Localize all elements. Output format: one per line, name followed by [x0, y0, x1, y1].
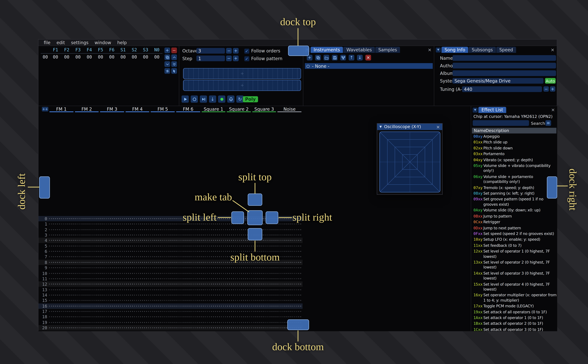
system-auto-button[interactable]: Auto	[545, 78, 556, 84]
delete-instrument-button[interactable]: ×	[365, 55, 371, 60]
close-oscilloscope-button[interactable]: ×	[436, 124, 440, 130]
menu-item-settings[interactable]: settings	[68, 39, 92, 46]
add-order-button[interactable]: +	[165, 47, 170, 53]
piano-keyboard[interactable]	[183, 68, 301, 91]
pattern-row[interactable]: 15	[39, 298, 303, 303]
tab-overflow-button[interactable]: ▼	[473, 107, 478, 112]
channel-header-fm-2[interactable]: FM 2	[74, 106, 99, 112]
dock-top-target[interactable]	[288, 46, 309, 56]
make-tab-target[interactable]	[247, 210, 263, 225]
orders-cell[interactable]: 00	[84, 54, 95, 60]
pattern-row[interactable]: 21	[39, 331, 303, 331]
dock-left-target[interactable]	[39, 176, 50, 199]
octave-input[interactable]: 3	[196, 48, 225, 54]
pattern-row[interactable]: 18	[39, 314, 303, 319]
step-row-button[interactable]: ↓	[209, 95, 216, 103]
orders-row-index[interactable]: 00	[41, 54, 50, 60]
edit-toggle-button[interactable]	[218, 95, 225, 103]
system-input[interactable]: Sega Genesis/Mega Drive	[453, 78, 543, 84]
orders-cell[interactable]: 00	[95, 54, 106, 60]
tuning-decrease-button[interactable]: −	[543, 86, 549, 92]
pattern-row[interactable]: 2	[39, 227, 303, 232]
effect-list-menu-button[interactable]: ≡	[545, 120, 551, 126]
orders-cell[interactable]: 00	[129, 54, 140, 60]
orders-cell[interactable]: 00	[50, 54, 61, 60]
orders-cell[interactable]: 00	[140, 54, 151, 60]
assets-tab-samples[interactable]: Samples	[375, 47, 400, 53]
close-effect-list-button[interactable]: ×	[551, 108, 555, 112]
metronome-button[interactable]	[227, 95, 234, 103]
duplicate-order-button[interactable]	[165, 54, 170, 60]
tuning-input[interactable]: 440	[462, 86, 542, 92]
channel-header-noise[interactable]: Noise	[277, 106, 302, 112]
dock-bottom-target[interactable]	[287, 319, 309, 330]
channel-header-square-2[interactable]: Square 2	[226, 106, 251, 112]
split-bottom-target[interactable]	[248, 228, 262, 240]
orders-cell[interactable]: 00	[106, 54, 118, 60]
pattern-row[interactable]: 3	[39, 232, 303, 238]
piano-upper-row[interactable]	[183, 68, 301, 79]
pattern-row[interactable]: 20	[39, 325, 303, 331]
menu-item-file[interactable]: file	[41, 39, 53, 46]
move-order-down-button[interactable]	[165, 61, 170, 67]
split-right-target[interactable]	[266, 211, 278, 224]
oscilloscope-titlebar[interactable]: ▼ Oscilloscope (X-Y) ×	[377, 124, 442, 130]
collapse-caret-icon[interactable]: ▼	[379, 125, 382, 129]
move-instrument-up-button[interactable]: ↑	[349, 55, 354, 60]
split-left-target[interactable]	[231, 211, 244, 224]
pattern-row[interactable]: 19	[39, 320, 303, 325]
follow-pattern-checkbox[interactable]: ✓ Follow pattern	[244, 56, 282, 61]
song-name-input[interactable]	[453, 55, 556, 61]
instrument-list-item[interactable]: ○- None -	[305, 63, 433, 69]
channel-header-fm-6[interactable]: FM 6	[176, 106, 201, 112]
effect-search-input[interactable]	[473, 120, 529, 126]
step-decrease-button[interactable]: −	[226, 55, 232, 61]
order-change-mode-button[interactable]	[165, 68, 170, 74]
dock-right-target[interactable]	[547, 176, 557, 199]
song-author-input[interactable]	[453, 63, 556, 69]
channel-header-fm-1[interactable]: FM 1	[49, 106, 74, 112]
step-input[interactable]: 1	[196, 55, 225, 61]
expand-channels-button[interactable]: ++	[42, 107, 48, 111]
assets-tab-instruments[interactable]: Instruments	[311, 47, 343, 53]
play-pattern-button[interactable]	[191, 95, 198, 103]
pattern-row[interactable]: 14	[39, 292, 303, 298]
piano-lower-row[interactable]	[183, 80, 301, 91]
channel-header-square-3[interactable]: Square 3	[251, 106, 277, 112]
pattern-row[interactable]: 17	[39, 309, 303, 314]
order-edit-mode-button[interactable]	[171, 68, 177, 74]
octave-decrease-button[interactable]: −	[226, 48, 232, 54]
pattern-row[interactable]: 13	[39, 287, 303, 292]
octave-increase-button[interactable]: +	[233, 48, 239, 54]
menu-item-window[interactable]: window	[92, 39, 114, 46]
menu-item-edit[interactable]: edit	[53, 39, 68, 46]
menu-item-help[interactable]: help	[114, 39, 130, 46]
step-increase-button[interactable]: +	[233, 55, 239, 61]
tuning-increase-button[interactable]: +	[550, 86, 555, 92]
duplicate-instrument-button[interactable]	[315, 55, 321, 60]
pattern-row[interactable]: 4	[39, 238, 303, 243]
assets-tab-wavetables[interactable]: Wavetables	[344, 47, 375, 53]
pattern-row[interactable]: 12	[39, 281, 303, 287]
play-from-start-button[interactable]	[200, 95, 207, 103]
song-album-input[interactable]	[453, 70, 556, 76]
play-button[interactable]	[181, 95, 189, 103]
orders-cell[interactable]: 00	[151, 54, 163, 60]
follow-orders-checkbox[interactable]: ✓ Follow orders	[244, 48, 280, 54]
repeat-button[interactable]: ↻	[236, 95, 244, 103]
split-top-target[interactable]	[248, 194, 262, 206]
remove-order-button[interactable]: −	[171, 47, 177, 53]
poly-toggle-button[interactable]: Poly	[243, 96, 258, 102]
save-instrument-button[interactable]	[332, 55, 337, 60]
toggle-folders-button[interactable]	[340, 55, 346, 60]
pattern-row[interactable]: 11	[39, 276, 303, 281]
pattern-row[interactable]: 10	[39, 271, 303, 276]
orders-cell[interactable]: 00	[61, 54, 73, 60]
channel-header-fm-3[interactable]: FM 3	[99, 106, 125, 112]
pattern-row[interactable]: 16	[39, 303, 303, 309]
channel-header-square-1[interactable]: Square 1	[201, 106, 226, 112]
channel-header-fm-5[interactable]: FM 5	[150, 106, 175, 112]
fx-tab-effect-list[interactable]: Effect List	[478, 107, 506, 113]
orders-cell[interactable]: 00	[73, 54, 84, 60]
move-order-up-button[interactable]	[171, 54, 177, 60]
